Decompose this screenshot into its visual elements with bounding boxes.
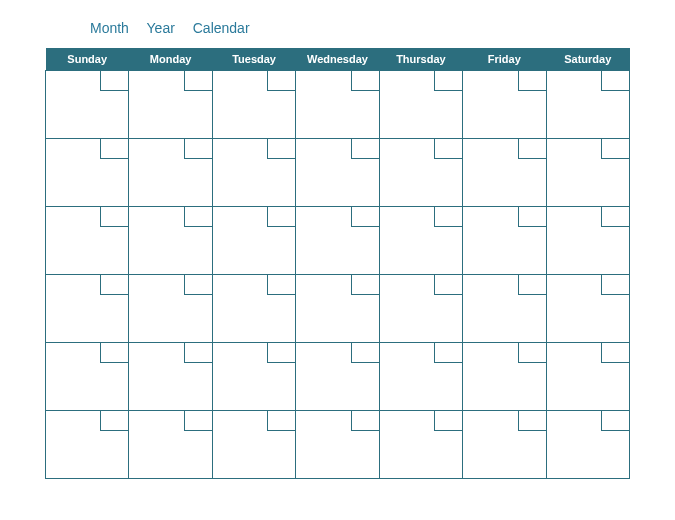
calendar-row xyxy=(46,343,630,411)
day-header-saturday: Saturday xyxy=(546,48,629,71)
calendar-cell xyxy=(212,207,295,275)
calendar-cell xyxy=(46,207,129,275)
date-box xyxy=(434,411,462,431)
date-box xyxy=(601,207,629,227)
calendar-cell xyxy=(546,71,629,139)
date-box xyxy=(100,275,128,295)
calendar-title: Month Year Calendar xyxy=(90,20,630,36)
calendar-cell xyxy=(46,343,129,411)
date-box xyxy=(518,275,546,295)
calendar-cell xyxy=(129,139,212,207)
date-box xyxy=(434,343,462,363)
date-box xyxy=(518,71,546,91)
calendar-cell xyxy=(129,71,212,139)
date-box xyxy=(267,139,295,159)
calendar-cell xyxy=(463,139,546,207)
date-box xyxy=(518,343,546,363)
calendar-cell xyxy=(46,411,129,479)
title-year: Year xyxy=(147,20,175,36)
title-month: Month xyxy=(90,20,129,36)
calendar-cell xyxy=(129,275,212,343)
date-box xyxy=(100,343,128,363)
calendar-cell xyxy=(212,275,295,343)
day-header-wednesday: Wednesday xyxy=(296,48,379,71)
calendar-cell xyxy=(463,411,546,479)
date-box xyxy=(351,207,379,227)
calendar-cell xyxy=(379,139,462,207)
date-box xyxy=(434,139,462,159)
calendar-row xyxy=(46,207,630,275)
date-box xyxy=(601,71,629,91)
date-box xyxy=(434,275,462,295)
date-box xyxy=(184,71,212,91)
calendar-cell xyxy=(463,343,546,411)
calendar-cell xyxy=(463,71,546,139)
date-box xyxy=(100,71,128,91)
day-header-friday: Friday xyxy=(463,48,546,71)
calendar-cell xyxy=(546,411,629,479)
calendar-grid: Sunday Monday Tuesday Wednesday Thursday… xyxy=(45,48,630,479)
day-header-tuesday: Tuesday xyxy=(212,48,295,71)
date-box xyxy=(184,275,212,295)
calendar-cell xyxy=(296,71,379,139)
calendar-cell xyxy=(379,343,462,411)
date-box xyxy=(601,411,629,431)
day-header-sunday: Sunday xyxy=(46,48,129,71)
calendar-cell xyxy=(463,275,546,343)
date-box xyxy=(601,343,629,363)
date-box xyxy=(601,275,629,295)
date-box xyxy=(184,411,212,431)
calendar-cell xyxy=(546,139,629,207)
calendar-cell xyxy=(379,411,462,479)
date-box xyxy=(434,207,462,227)
calendar-row xyxy=(46,139,630,207)
date-box xyxy=(100,411,128,431)
date-box xyxy=(518,139,546,159)
calendar-cell xyxy=(212,343,295,411)
calendar-row xyxy=(46,411,630,479)
title-label: Calendar xyxy=(193,20,250,36)
calendar-cell xyxy=(46,71,129,139)
date-box xyxy=(267,275,295,295)
date-box xyxy=(267,411,295,431)
calendar-cell xyxy=(212,139,295,207)
date-box xyxy=(351,411,379,431)
calendar-cell xyxy=(546,207,629,275)
date-box xyxy=(100,139,128,159)
calendar-cell xyxy=(129,411,212,479)
date-box xyxy=(267,343,295,363)
date-box xyxy=(184,139,212,159)
date-box xyxy=(267,71,295,91)
calendar-row xyxy=(46,275,630,343)
calendar-cell xyxy=(296,275,379,343)
date-box xyxy=(184,207,212,227)
calendar-cell xyxy=(296,207,379,275)
date-box xyxy=(351,71,379,91)
calendar-cell xyxy=(129,343,212,411)
day-header-thursday: Thursday xyxy=(379,48,462,71)
calendar-cell xyxy=(379,71,462,139)
calendar-cell xyxy=(379,207,462,275)
calendar-cell xyxy=(212,71,295,139)
calendar-cell xyxy=(463,207,546,275)
date-box xyxy=(518,411,546,431)
calendar-cell xyxy=(379,275,462,343)
date-box xyxy=(518,207,546,227)
date-box xyxy=(434,71,462,91)
calendar-cell xyxy=(546,275,629,343)
calendar-cell xyxy=(212,411,295,479)
calendar-cell xyxy=(46,275,129,343)
date-box xyxy=(100,207,128,227)
calendar-cell xyxy=(46,139,129,207)
date-box xyxy=(601,139,629,159)
date-box xyxy=(267,207,295,227)
calendar-cell xyxy=(129,207,212,275)
calendar-cell xyxy=(296,411,379,479)
date-box xyxy=(351,343,379,363)
date-box xyxy=(351,139,379,159)
day-header-monday: Monday xyxy=(129,48,212,71)
calendar-row xyxy=(46,71,630,139)
calendar-body xyxy=(46,71,630,479)
date-box xyxy=(184,343,212,363)
calendar-cell xyxy=(296,343,379,411)
